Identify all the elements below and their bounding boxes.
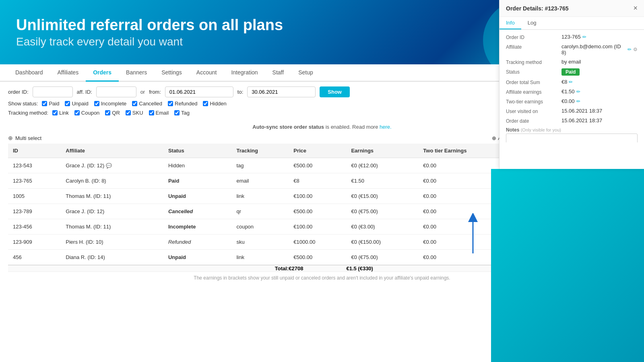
edit-icon[interactable]: ✏ — [627, 47, 632, 52]
panel-tab-info[interactable]: Info — [500, 17, 521, 29]
panel-field-label: Affiliate earnings — [506, 88, 558, 95]
panel-close-btn[interactable]: × — [633, 4, 638, 12]
notes-label: Notes (Only visible for you) — [506, 127, 638, 133]
cell-tracking: sku — [231, 234, 289, 250]
cell-tracking: email — [231, 173, 289, 189]
panel-field-value: by email — [561, 59, 638, 65]
panel-field-value: €1.50✏ — [561, 88, 638, 95]
col-status: Status — [163, 144, 232, 158]
cell-affiliate: Piers H. (ID: 10) — [61, 234, 163, 250]
edit-icon[interactable]: ✏ — [569, 79, 573, 85]
tracking-qr-checkbox[interactable]: QR — [105, 110, 120, 116]
aff-id-input[interactable] — [96, 86, 136, 97]
cell-id: 123-909 — [8, 234, 61, 250]
notes-textarea[interactable] — [506, 134, 638, 142]
order-id-input[interactable] — [33, 86, 73, 97]
tab-integration[interactable]: Integration — [224, 64, 265, 82]
tracking-sku-checkbox[interactable]: SKU — [126, 110, 143, 116]
tab-dashboard[interactable]: Dashboard — [8, 64, 50, 82]
tab-settings[interactable]: Settings — [154, 64, 189, 82]
panel-field-row: Affiliate earnings€1.50✏ — [506, 88, 638, 95]
notes-section: Notes (Only visible for you)Save Note — [506, 127, 638, 142]
multi-select-label: Multi select — [15, 135, 41, 141]
panel-field-label: Tracking method — [506, 59, 558, 65]
cell-tracking: link — [231, 189, 289, 204]
tab-banners[interactable]: Banners — [119, 64, 154, 82]
cell-status: Hidden — [163, 158, 232, 173]
panel-field-value: 15.06.2021 18:37 — [561, 108, 638, 114]
cell-affiliate: Grace J. (ID: 12)💬 — [61, 158, 163, 173]
tab-account[interactable]: Account — [189, 64, 224, 82]
edit-icon[interactable]: ✏ — [582, 34, 586, 40]
multi-select-btn[interactable]: ⊕ Multi select — [8, 135, 41, 141]
status-unpaid-checkbox[interactable]: Unpaid — [65, 101, 88, 107]
cell-price: €500.00 — [289, 250, 346, 265]
cell-id: 123-543 — [8, 158, 61, 173]
tab-setup[interactable]: Setup — [291, 64, 320, 82]
tracking-email-checkbox[interactable]: Email — [149, 110, 169, 116]
show-button[interactable]: Show — [320, 86, 350, 97]
total-label: Total: — [8, 265, 289, 272]
cell-status: Incomplete — [163, 219, 232, 234]
settings-icon[interactable]: ⚙ — [633, 47, 638, 52]
cell-id: 123-789 — [8, 204, 61, 219]
cell-tracking: tag — [231, 158, 289, 173]
autosync-text-middle: is enabled. Read more — [326, 124, 380, 130]
col-price: Price — [289, 144, 346, 158]
cell-status: Cancelled — [163, 204, 232, 219]
panel-tab-log[interactable]: Log — [521, 17, 543, 29]
panel-field-label: Order total Sum — [506, 79, 558, 85]
status-refunded-checkbox[interactable]: Refunded — [168, 101, 197, 107]
cell-status: Refunded — [163, 234, 232, 250]
cell-id: 1005 — [8, 189, 61, 204]
tab-affiliates[interactable]: Affiliates — [50, 64, 86, 82]
cell-status: Unpaid — [163, 189, 232, 204]
panel-field-value: 15.06.2021 18:37 — [561, 117, 638, 123]
cell-earnings: €0 (€12.00) — [346, 158, 418, 173]
status-hidden-checkbox[interactable]: Hidden — [203, 101, 226, 107]
status-incomplete-checkbox[interactable]: Incomplete — [94, 101, 127, 107]
cell-tracking: link — [231, 250, 289, 265]
to-date-input[interactable] — [247, 86, 316, 97]
cell-status: Unpaid — [163, 250, 232, 265]
status-badge: Paid — [561, 68, 580, 76]
panel-field-row: StatusPaid — [506, 68, 638, 76]
cell-price: €100.00 — [289, 189, 346, 204]
autosync-link[interactable]: here. — [380, 124, 392, 130]
cell-price: €500.00 — [289, 158, 346, 173]
status-paid-checkbox[interactable]: Paid — [42, 101, 59, 107]
from-label: from: — [149, 89, 161, 95]
total-price: €2708 — [289, 265, 346, 272]
add-icon: ⊕ — [492, 135, 496, 141]
tracking-link-checkbox[interactable]: Link — [52, 110, 69, 116]
col-id: ID — [8, 144, 61, 158]
cell-earnings: €1.50 — [346, 173, 418, 189]
cell-price: €1000.00 — [289, 234, 346, 250]
panel-field-row: User visited on15.06.2021 18:37 — [506, 108, 638, 114]
panel-field-value: 123-765✏ — [561, 34, 638, 40]
col-affiliate: Affiliate — [61, 144, 163, 158]
note-icon[interactable]: 💬 — [106, 163, 112, 169]
col-earnings: Earnings — [346, 144, 418, 158]
cell-price: €8 — [289, 173, 346, 189]
col-tracking: Tracking — [231, 144, 289, 158]
cell-price: €500.00 — [289, 204, 346, 219]
cell-affiliate: Diana R. (ID: 14) — [61, 250, 163, 265]
cell-id: 123-765 — [8, 173, 61, 189]
tracking-coupon-checkbox[interactable]: Coupon — [74, 110, 100, 116]
tab-staff[interactable]: Staff — [265, 64, 291, 82]
tracking-checkboxes: Link Coupon QR SKU Email Tag — [52, 110, 190, 116]
panel-field-label: Affiliate — [506, 43, 558, 50]
cell-affiliate: Thomas M. (ID: 11) — [61, 219, 163, 234]
panel-field-label: User visited on — [506, 108, 558, 114]
edit-icon[interactable]: ✏ — [576, 99, 580, 104]
show-status-label: Show status: — [8, 101, 38, 107]
status-cancelled-checkbox[interactable]: Cancelled — [132, 101, 162, 107]
edit-icon[interactable]: ✏ — [576, 89, 580, 95]
tab-orders[interactable]: Orders — [86, 64, 119, 82]
autosync-text-before: Auto-sync store order status — [252, 124, 324, 130]
to-label: to: — [237, 89, 243, 95]
tracking-tag-checkbox[interactable]: Tag — [174, 110, 190, 116]
from-date-input[interactable] — [165, 86, 233, 97]
cell-earnings: €0 (€75.00) — [346, 204, 418, 219]
